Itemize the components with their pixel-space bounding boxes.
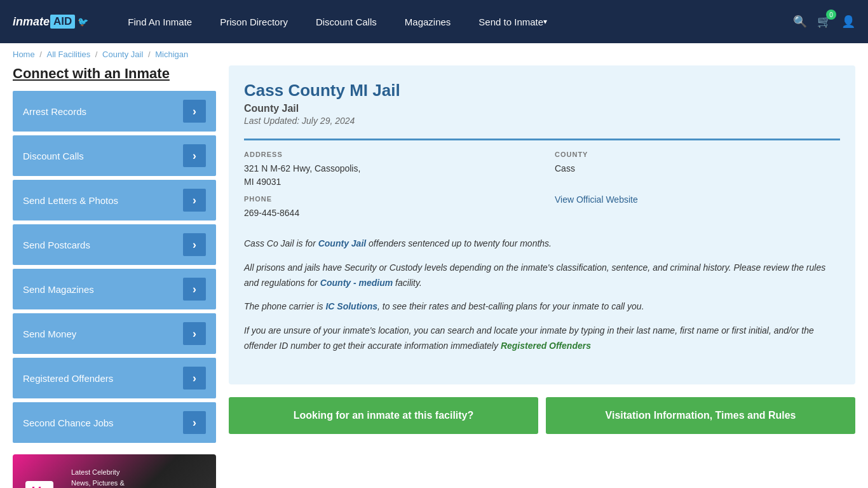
sidebar-item-label: Registered Offenders xyxy=(23,373,113,384)
desc-p2: All prisons and jails have Security or C… xyxy=(244,261,840,291)
find-inmate-facility-button[interactable]: Looking for an inmate at this facility? xyxy=(229,397,538,434)
sidebar-item-send-letters[interactable]: Send Letters & Photos › xyxy=(13,180,216,220)
breadcrumb-sep-3: / xyxy=(148,50,153,59)
visitation-info-button[interactable]: Visitation Information, Times and Rules xyxy=(546,397,855,434)
view-website-link[interactable]: View Official Website xyxy=(555,194,638,205)
breadcrumb-sep-1: / xyxy=(39,50,44,59)
sidebar-arrow-icon: › xyxy=(183,233,206,256)
nav-magazines[interactable]: Magazines xyxy=(391,0,465,43)
nav-icons: 🔍 🛒 0 👤 xyxy=(793,15,855,29)
sidebar-item-send-postcards[interactable]: Send Postcards › xyxy=(13,224,216,265)
sidebar-title: Connect with an Inmate xyxy=(13,65,216,82)
ad-content: Latest Celebrity News, Pictures & Entert… xyxy=(71,467,132,488)
sidebar: Connect with an Inmate Arrest Records › … xyxy=(13,65,216,488)
desc-p4: If you are unsure of your inmate's locat… xyxy=(244,323,840,354)
bottom-buttons: Looking for an inmate at this facility? … xyxy=(229,397,855,434)
ad-tagline: Latest Celebrity News, Pictures & Entert… xyxy=(71,467,132,488)
sidebar-item-label: Send Magazines xyxy=(23,284,94,295)
county-medium-link[interactable]: County - medium xyxy=(320,278,393,288)
nav-find-inmate[interactable]: Find An Inmate xyxy=(114,0,206,43)
navigation: inmateAID 🐦 Find An Inmate Prison Direct… xyxy=(0,0,868,43)
sidebar-item-label: Send Money xyxy=(23,329,76,339)
search-icon[interactable]: 🔍 xyxy=(793,15,807,29)
sidebar-item-send-magazines[interactable]: Send Magazines › xyxy=(13,269,216,309)
ad-box: Us Latest Celebrity News, Pictures & Ent… xyxy=(13,454,216,488)
sidebar-item-label: Send Postcards xyxy=(23,240,90,250)
nav-discount-calls[interactable]: Discount Calls xyxy=(302,0,391,43)
nav-send-to-inmate[interactable]: Send to Inmate xyxy=(465,0,561,43)
facility-name: Cass County MI Jail xyxy=(244,81,840,100)
sidebar-item-label: Arrest Records xyxy=(23,106,86,117)
logo-bird-icon: 🐦 xyxy=(78,17,88,27)
breadcrumb: Home / All Facilities / County Jail / Mi… xyxy=(0,43,868,65)
description: Cass Co Jail is for County Jail offender… xyxy=(244,230,840,369)
sidebar-item-registered-offenders[interactable]: Registered Offenders › xyxy=(13,358,216,398)
sidebar-item-arrest-records[interactable]: Arrest Records › xyxy=(13,91,216,132)
registered-offenders-link[interactable]: Registered Offenders xyxy=(501,341,591,351)
sidebar-arrow-icon: › xyxy=(183,278,206,301)
ad-logo: Us xyxy=(31,484,48,488)
address-col: ADDRESS 321 N M-62 Hwy, Cassopolis, MI 4… xyxy=(244,151,529,220)
logo-aid-text: AID xyxy=(50,15,75,29)
breadcrumb-sep-2: / xyxy=(95,50,100,59)
nav-prison-directory[interactable]: Prison Directory xyxy=(206,0,302,43)
user-icon[interactable]: 👤 xyxy=(841,15,855,29)
logo-inmate-text: inmate xyxy=(13,15,50,29)
sidebar-item-label: Discount Calls xyxy=(23,151,84,161)
county-label: COUNTY xyxy=(555,151,840,158)
phone-section: PHONE 269-445-8644 xyxy=(244,195,529,220)
sidebar-arrow-icon: › xyxy=(183,144,206,167)
nav-links: Find An Inmate Prison Directory Discount… xyxy=(114,0,793,43)
main-container: Connect with an Inmate Arrest Records › … xyxy=(0,65,868,488)
phone-label: PHONE xyxy=(244,195,529,203)
sidebar-menu: Arrest Records › Discount Calls › Send L… xyxy=(13,91,216,443)
desc-p1: Cass Co Jail is for County Jail offender… xyxy=(244,236,840,252)
sidebar-item-send-money[interactable]: Send Money › xyxy=(13,313,216,354)
sidebar-item-second-chance-jobs[interactable]: Second Chance Jobs › xyxy=(13,402,216,443)
sidebar-arrow-icon: › xyxy=(183,189,206,212)
sidebar-arrow-icon: › xyxy=(183,367,206,390)
sidebar-ad: Us Latest Celebrity News, Pictures & Ent… xyxy=(13,454,216,488)
desc-p3: The phone carrier is IC Solutions, to se… xyxy=(244,299,840,315)
address-value: 321 N M-62 Hwy, Cassopolis, MI 49031 xyxy=(244,162,529,189)
sidebar-arrow-icon: › xyxy=(183,322,206,345)
county-jail-link[interactable]: County Jail xyxy=(318,238,366,248)
facility-card: Cass County MI Jail County Jail Last Upd… xyxy=(229,65,855,384)
breadcrumb-all-facilities[interactable]: All Facilities xyxy=(47,50,91,59)
breadcrumb-county-jail[interactable]: County Jail xyxy=(102,50,143,59)
county-col: COUNTY Cass View Official Website xyxy=(555,151,840,220)
phone-value: 269-445-8644 xyxy=(244,207,529,220)
facility-type: County Jail xyxy=(244,103,840,114)
facility-details: ADDRESS 321 N M-62 Hwy, Cassopolis, MI 4… xyxy=(244,139,840,220)
facility-updated: Last Updated: July 29, 2024 xyxy=(244,116,840,126)
content: Cass County MI Jail County Jail Last Upd… xyxy=(229,65,855,488)
sidebar-item-discount-calls[interactable]: Discount Calls › xyxy=(13,135,216,176)
sidebar-arrow-icon: › xyxy=(183,411,206,434)
ic-solutions-link[interactable]: IC Solutions xyxy=(325,301,377,311)
cart-badge: 0 xyxy=(826,10,836,20)
sidebar-item-label: Second Chance Jobs xyxy=(23,417,114,428)
logo[interactable]: inmateAID 🐦 xyxy=(13,15,88,29)
address-label: ADDRESS xyxy=(244,151,529,158)
sidebar-arrow-icon: › xyxy=(183,100,206,123)
breadcrumb-michigan[interactable]: Michigan xyxy=(155,50,188,59)
cart-icon[interactable]: 🛒 0 xyxy=(817,15,831,29)
sidebar-item-label: Send Letters & Photos xyxy=(23,195,118,206)
breadcrumb-home[interactable]: Home xyxy=(13,50,35,59)
county-value: Cass xyxy=(555,162,840,175)
